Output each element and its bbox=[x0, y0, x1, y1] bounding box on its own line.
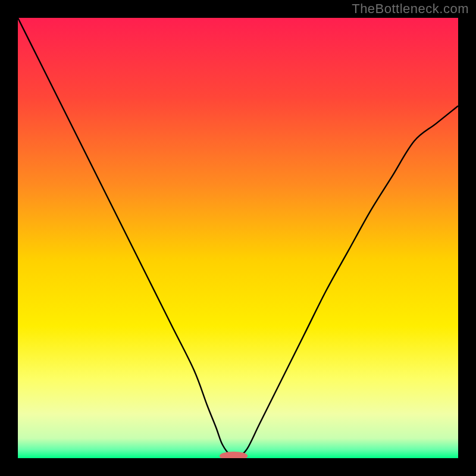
plot-area bbox=[18, 18, 458, 458]
watermark-text: TheBottleneck.com bbox=[352, 1, 469, 17]
chart-outer-frame: TheBottleneck.com bbox=[0, 0, 476, 476]
gradient-background bbox=[18, 18, 458, 458]
chart-svg bbox=[18, 18, 458, 458]
